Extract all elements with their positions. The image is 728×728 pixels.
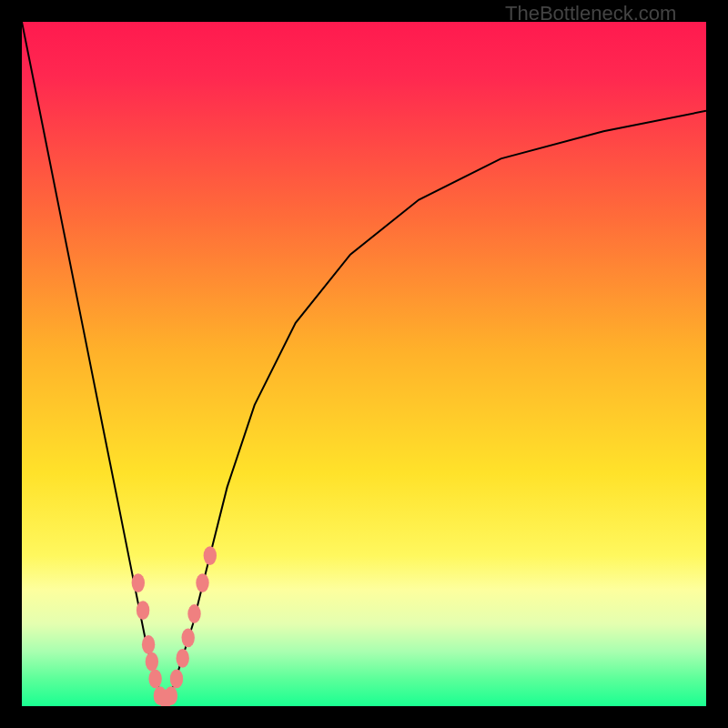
valley-marker (146, 652, 158, 672)
valley-markers-group (132, 546, 217, 706)
valley-marker (170, 670, 183, 689)
attribution-text: TheBottleneck.com (505, 2, 676, 25)
valley-marker (136, 601, 149, 620)
valley-marker (204, 546, 217, 565)
valley-marker (142, 635, 155, 654)
valley-marker (148, 670, 161, 689)
bottleneck-curve (22, 22, 706, 700)
valley-marker (132, 573, 145, 592)
valley-marker (165, 686, 177, 705)
plot-area (22, 22, 706, 706)
chart-frame: TheBottleneck.com (0, 0, 728, 728)
valley-marker (187, 604, 200, 623)
valley-marker (182, 628, 195, 647)
chart-svg (22, 22, 706, 706)
valley-marker (196, 573, 208, 592)
valley-marker (177, 649, 189, 668)
